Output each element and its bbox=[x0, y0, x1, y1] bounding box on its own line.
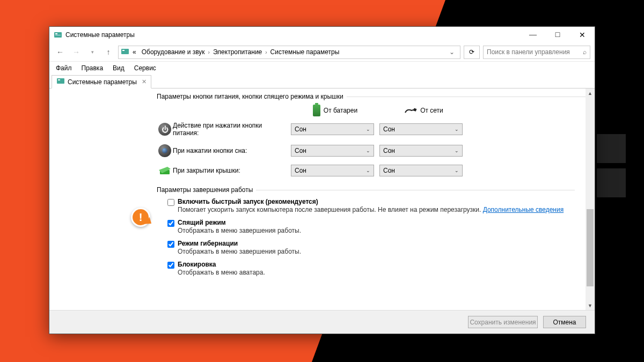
sleep-checkbox[interactable] bbox=[167, 220, 174, 227]
chevron-right-icon: › bbox=[265, 49, 267, 55]
chevron-down-icon: ⌄ bbox=[366, 148, 370, 153]
section-header-shutdown: Параметры завершения работы bbox=[157, 186, 253, 194]
titlebar: Системные параметры — □ ✕ bbox=[49, 27, 595, 43]
chevron-down-icon: ⌄ bbox=[455, 127, 459, 132]
ac-plug-icon bbox=[404, 107, 417, 114]
search-icon: ⌕ bbox=[583, 48, 587, 56]
lid-icon bbox=[158, 166, 172, 175]
check-hibernate: Режим гибернации Отображать в меню завер… bbox=[167, 240, 575, 255]
vertical-scrollbar[interactable]: ▲ ▼ bbox=[586, 88, 595, 310]
tab-strip: Системные параметры ✕ bbox=[49, 75, 595, 88]
minimize-button[interactable]: — bbox=[521, 27, 545, 43]
chevron-down-icon: ⌄ bbox=[455, 168, 459, 173]
checkbox-desc: Отображать в меню аватара. bbox=[178, 269, 575, 276]
scroll-thumb[interactable] bbox=[587, 209, 594, 286]
setting-label: Действие при нажатии кнопки питания: bbox=[173, 122, 291, 137]
control-panel-icon bbox=[121, 47, 129, 57]
scroll-down-icon[interactable]: ▼ bbox=[586, 301, 595, 310]
window-title: Системные параметры bbox=[65, 31, 521, 39]
check-fast-startup: Включить быстрый запуск (рекомендуется) … bbox=[167, 198, 575, 213]
control-panel-icon bbox=[54, 31, 62, 39]
col-battery-label: От батареи bbox=[324, 107, 357, 114]
content-area: Параметры кнопки питания, кнопки спящего… bbox=[49, 88, 595, 310]
svg-rect-6 bbox=[58, 79, 60, 80]
checkbox-title: Включить быстрый запуск (рекомендуется) bbox=[178, 198, 318, 205]
tab-close-icon[interactable]: ✕ bbox=[142, 78, 147, 85]
checkbox-title: Блокировка bbox=[178, 261, 216, 268]
fast-startup-checkbox[interactable] bbox=[167, 199, 174, 206]
checkbox-desc: Отображать в меню завершения работы. bbox=[178, 227, 575, 234]
battery-icon bbox=[313, 105, 320, 116]
exclaim-icon: ! bbox=[139, 211, 143, 224]
checkbox-title: Спящий режим bbox=[178, 219, 226, 226]
svg-rect-2 bbox=[55, 35, 61, 35]
svg-rect-5 bbox=[57, 78, 64, 84]
chevron-down-icon: ⌄ bbox=[455, 148, 459, 153]
annotation-callout: ! bbox=[131, 208, 156, 232]
sleep-button-battery-dropdown[interactable]: Сон⌄ bbox=[291, 145, 374, 157]
power-icon: ⏻ bbox=[158, 123, 171, 136]
forward-button[interactable]: → bbox=[70, 46, 83, 58]
breadcrumb[interactable]: Электропитание bbox=[211, 48, 264, 56]
address-dropdown[interactable]: ⌄ bbox=[446, 48, 458, 56]
chevron-right-icon: › bbox=[208, 49, 210, 55]
setting-row-power-button: ⏻ Действие при нажатии кнопки питания: С… bbox=[157, 122, 575, 137]
menu-bar: Файл Правка Вид Сервис bbox=[49, 62, 595, 75]
back-button[interactable]: ← bbox=[54, 46, 67, 58]
cancel-button[interactable]: Отмена bbox=[543, 316, 586, 328]
section-header-buttons: Параметры кнопки питания, кнопки спящего… bbox=[157, 93, 343, 100]
chevron-down-icon: ⌄ bbox=[366, 168, 370, 173]
control-panel-icon bbox=[56, 77, 65, 87]
svg-rect-4 bbox=[122, 50, 125, 51]
search-input[interactable]: Поиск в панели управления ⌕ bbox=[483, 46, 590, 59]
sleep-button-ac-dropdown[interactable]: Сон⌄ bbox=[379, 145, 463, 157]
scroll-up-icon[interactable]: ▲ bbox=[586, 88, 595, 98]
menu-file[interactable]: Файл bbox=[52, 63, 76, 73]
menu-service[interactable]: Сервис bbox=[130, 63, 160, 73]
lock-checkbox[interactable] bbox=[167, 262, 174, 269]
lid-battery-dropdown[interactable]: Сон⌄ bbox=[291, 165, 374, 176]
svg-rect-1 bbox=[55, 33, 57, 34]
breadcrumb[interactable]: Системные параметры bbox=[268, 48, 342, 56]
checkbox-desc: Отображать в меню завершения работы. bbox=[178, 248, 575, 255]
breadcrumb[interactable]: Оборудование и звук bbox=[140, 48, 207, 56]
maximize-button[interactable]: □ bbox=[545, 27, 570, 43]
sleep-icon bbox=[158, 144, 171, 157]
setting-label: При закрытии крышки: bbox=[173, 167, 291, 174]
address-field[interactable]: « Оборудование и звук › Электропитание ›… bbox=[118, 46, 460, 59]
breadcrumb-prefix: « bbox=[130, 48, 138, 56]
hibernate-checkbox[interactable] bbox=[167, 241, 174, 248]
recent-dropdown[interactable]: ▾ bbox=[86, 46, 99, 58]
checkbox-desc: Помогает ускорить запуск компьютера посл… bbox=[178, 206, 575, 213]
check-sleep: Спящий режим Отображать в меню завершени… bbox=[167, 219, 575, 234]
checkbox-title: Режим гибернации bbox=[178, 240, 238, 247]
search-placeholder: Поиск в панели управления bbox=[487, 48, 570, 56]
save-button[interactable]: Сохранить изменения bbox=[468, 316, 538, 328]
setting-row-sleep-button: При нажатии кнопки сна: Сон⌄ Сон⌄ bbox=[157, 144, 575, 157]
check-lock: Блокировка Отображать в меню аватара. bbox=[167, 261, 575, 276]
menu-view[interactable]: Вид bbox=[108, 63, 129, 73]
menu-edit[interactable]: Правка bbox=[77, 63, 108, 73]
svg-rect-7 bbox=[413, 108, 416, 111]
column-headers: От батареи От сети bbox=[157, 105, 575, 116]
chevron-down-icon: ⌄ bbox=[366, 127, 370, 132]
address-bar-row: ← → ▾ ↑ « Оборудование и звук › Электроп… bbox=[49, 43, 595, 62]
col-ac-label: От сети bbox=[420, 107, 443, 114]
more-info-link[interactable]: Дополнительные сведения bbox=[483, 206, 564, 213]
power-button-battery-dropdown[interactable]: Сон⌄ bbox=[291, 123, 374, 135]
lid-ac-dropdown[interactable]: Сон⌄ bbox=[379, 165, 463, 176]
tab-label: Системные параметры bbox=[68, 78, 137, 86]
power-button-ac-dropdown[interactable]: Сон⌄ bbox=[379, 123, 463, 135]
svg-rect-3 bbox=[121, 49, 129, 54]
setting-row-lid: При закрытии крышки: Сон⌄ Сон⌄ bbox=[157, 165, 575, 176]
system-settings-window: Системные параметры — □ ✕ ← → ▾ ↑ « Обор… bbox=[49, 26, 595, 334]
setting-label: При нажатии кнопки сна: bbox=[173, 147, 291, 154]
refresh-button[interactable]: ⟳ bbox=[464, 46, 480, 59]
tab-system-settings[interactable]: Системные параметры ✕ bbox=[52, 75, 151, 88]
up-button[interactable]: ↑ bbox=[102, 46, 115, 58]
close-button[interactable]: ✕ bbox=[570, 27, 595, 43]
footer-bar: Сохранить изменения Отмена bbox=[49, 310, 595, 334]
